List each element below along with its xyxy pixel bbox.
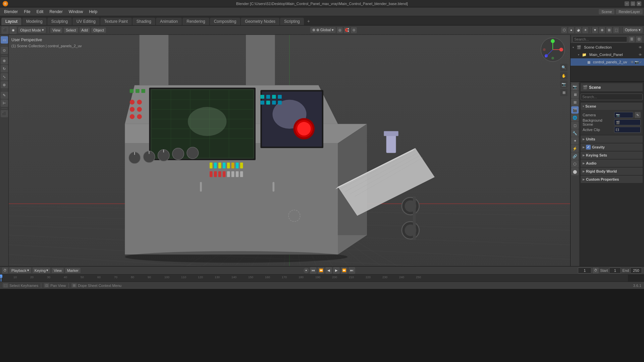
scene-selector[interactable]: Scene bbox=[599, 9, 614, 14]
transform-tool-btn[interactable]: ⊛ bbox=[1, 81, 8, 88]
tab-sculpting[interactable]: Sculpting bbox=[47, 18, 72, 25]
object-menu[interactable]: Object bbox=[91, 27, 106, 33]
tab-compositing[interactable]: Compositing bbox=[210, 18, 240, 25]
cursor-tool-btn[interactable]: ⊙ bbox=[1, 47, 8, 54]
viewport-shading-btn[interactable]: ▼ bbox=[592, 27, 598, 33]
tab-animation[interactable]: Animation bbox=[156, 18, 182, 25]
select-menu[interactable]: Select bbox=[64, 27, 78, 33]
start-frame-input[interactable]: 1 bbox=[609, 267, 621, 274]
close-btn[interactable]: ✕ bbox=[637, 1, 641, 6]
render-settings-tab[interactable]: 📷 bbox=[571, 83, 579, 90]
pan-gizmo-btn[interactable]: ✋ bbox=[560, 72, 568, 79]
solid-toggle[interactable]: ● bbox=[568, 27, 574, 33]
timeline-type-btn[interactable]: ⏱ bbox=[2, 267, 8, 274]
tab-rendering[interactable]: Rendering bbox=[182, 18, 209, 25]
measure-tool-btn[interactable]: ⊢ bbox=[1, 100, 8, 107]
active-clip-value[interactable]: 🎞 bbox=[614, 127, 641, 133]
menu-file[interactable]: File bbox=[21, 9, 33, 15]
particles-settings-tab[interactable]: ✦ bbox=[571, 137, 579, 144]
menu-help[interactable]: Help bbox=[86, 9, 100, 15]
playback-dropdown[interactable]: Playback ▾ bbox=[9, 267, 31, 273]
background-scene-value[interactable]: 🎬 bbox=[614, 119, 641, 125]
tab-modeling[interactable]: Modeling bbox=[22, 18, 47, 25]
constraints-settings-tab[interactable]: 🔗 bbox=[571, 153, 579, 160]
menu-blender[interactable]: Blender bbox=[1, 9, 20, 15]
menu-edit[interactable]: Edit bbox=[34, 9, 46, 15]
object-mode-dropdown[interactable]: Object Mode ▾ bbox=[18, 27, 46, 33]
maximize-btn[interactable]: □ bbox=[631, 1, 635, 6]
add-primitive-btn[interactable]: ⬛ bbox=[1, 110, 8, 117]
snap-toggle-btn[interactable]: 🧲 bbox=[344, 27, 350, 33]
scene-settings-tab[interactable]: 🎬 bbox=[571, 106, 579, 114]
viewport-gizmo[interactable]: X Y Z 🔍 ✋ 📷 ⊞ bbox=[541, 38, 568, 64]
window-controls[interactable]: − □ ✕ bbox=[625, 1, 641, 6]
view-menu[interactable]: View bbox=[50, 27, 62, 33]
end-frame-input[interactable]: 250 bbox=[630, 267, 642, 274]
record-btn[interactable]: ● bbox=[304, 268, 309, 273]
camera-edit-btn[interactable]: ✎ bbox=[635, 112, 641, 118]
select-tool-btn[interactable]: ▭ bbox=[1, 36, 8, 44]
tab-layout[interactable]: Layout bbox=[1, 18, 21, 25]
proportional-edit-btn[interactable]: ⊙ bbox=[351, 27, 357, 33]
add-menu[interactable]: Add bbox=[79, 27, 90, 33]
marker-dropdown[interactable]: Marker bbox=[65, 268, 80, 273]
add-workspace-btn[interactable]: + bbox=[305, 17, 313, 25]
status-select-label[interactable]: ⬚ bbox=[3, 283, 8, 288]
rendered-toggle[interactable]: ☀ bbox=[582, 27, 588, 33]
step-forward-btn[interactable]: ⏩ bbox=[341, 267, 347, 274]
overlays-toggle-btn[interactable]: ⊞ bbox=[606, 27, 612, 33]
data-settings-tab[interactable]: ⬡ bbox=[571, 160, 579, 168]
scene-section-header[interactable]: ▾ Scene bbox=[581, 103, 643, 110]
object-settings-tab[interactable]: ◻ bbox=[571, 122, 579, 129]
menu-render[interactable]: Render bbox=[47, 9, 65, 15]
viewport[interactable]: User Perspective (1) Scene Collection | … bbox=[9, 35, 570, 266]
keying-sets-section-header[interactable]: ▶ Keying Sets bbox=[581, 152, 643, 159]
status-context-icon[interactable]: ⊞ bbox=[71, 283, 77, 288]
play-btn[interactable]: ▶ bbox=[333, 267, 340, 274]
mode-icon-btn2[interactable]: ◉ bbox=[9, 26, 17, 34]
tab-uv-editing[interactable]: UV Editing bbox=[72, 18, 100, 25]
rotate-tool-btn[interactable]: ↻ bbox=[1, 65, 8, 72]
material-preview-toggle[interactable]: ◕ bbox=[575, 27, 581, 33]
audio-section-header[interactable]: ▶ Audio bbox=[581, 160, 643, 167]
tab-scripting[interactable]: Scripting bbox=[280, 18, 304, 25]
zoom-gizmo-btn[interactable]: 🔍 bbox=[560, 64, 568, 71]
frame-jump-btn[interactable]: ⏱ bbox=[593, 267, 599, 274]
tab-shading[interactable]: Shading bbox=[132, 18, 155, 25]
eye-btn-main[interactable]: 👁 bbox=[639, 53, 642, 57]
minimize-btn[interactable]: − bbox=[625, 1, 629, 6]
rigid-body-world-section-header[interactable]: ▶ Rigid Body World bbox=[581, 168, 643, 175]
camera-value[interactable]: 📷 bbox=[614, 112, 633, 118]
outliner-view-btn[interactable]: ⊡ bbox=[636, 36, 642, 42]
jump-end-btn[interactable]: ⏭ bbox=[348, 267, 355, 274]
gravity-section-header[interactable]: ▶ ✓ Gravity bbox=[581, 143, 643, 151]
physics-settings-tab[interactable]: ⚡ bbox=[571, 145, 579, 152]
properties-search-input[interactable] bbox=[581, 94, 643, 100]
menu-window[interactable]: Window bbox=[66, 9, 86, 15]
camera-gizmo-btn[interactable]: 📷 bbox=[560, 80, 568, 88]
move-tool-btn[interactable]: ⊕ bbox=[1, 57, 8, 64]
outliner-item-control-panels-2-uv[interactable]: ▦ control_panels_2_uv 👁 📷 ✓ bbox=[571, 58, 644, 66]
check-btn-cp2uv[interactable]: ✓ bbox=[639, 60, 642, 64]
xray-toggle-btn[interactable]: ⬚ bbox=[613, 27, 619, 33]
transform-global[interactable]: ⊕ ⊕ Global ▾ bbox=[310, 27, 336, 33]
outliner-filter-btn[interactable]: ☰ bbox=[629, 36, 635, 42]
outliner-item-main-control-panel[interactable]: ▾ 📁 Main_Control_Panel 👁 bbox=[571, 51, 644, 58]
annotate-tool-btn[interactable]: ✎ bbox=[1, 92, 8, 99]
transform-pivot-btn[interactable]: ◎ bbox=[337, 27, 343, 33]
current-frame-input[interactable]: 1 bbox=[578, 267, 591, 274]
modifier-settings-tab[interactable]: 🔧 bbox=[571, 129, 579, 137]
step-back-btn[interactable]: ⏪ bbox=[318, 267, 324, 274]
tab-texture-paint[interactable]: Texture Paint bbox=[100, 18, 132, 25]
view-layer-settings-tab[interactable]: ⊞ bbox=[571, 99, 579, 106]
gravity-checkbox[interactable]: ✓ bbox=[586, 145, 591, 149]
mode-icon-btn[interactable]: ⬛ bbox=[1, 26, 9, 34]
play-reverse-btn[interactable]: ◀ bbox=[325, 267, 332, 274]
custom-properties-section-header[interactable]: ▶ Custom Properties bbox=[581, 176, 643, 183]
scale-tool-btn[interactable]: ⤡ bbox=[1, 73, 8, 80]
status-pan-icon[interactable]: ⊡ bbox=[44, 283, 49, 288]
output-settings-tab[interactable]: 🖥 bbox=[571, 91, 579, 98]
wireframe-toggle[interactable]: ⬡ bbox=[561, 27, 567, 33]
blender-logo[interactable]: B bbox=[3, 1, 8, 6]
outliner-search-input[interactable] bbox=[573, 36, 627, 42]
